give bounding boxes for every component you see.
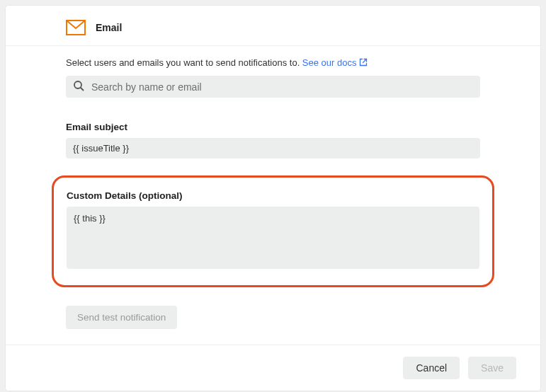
search-field-wrap[interactable] (66, 76, 480, 98)
docs-link[interactable]: See our docs (302, 57, 368, 68)
custom-details-label: Custom Details (optional) (67, 190, 479, 201)
search-input[interactable] (91, 81, 473, 93)
custom-details-textarea[interactable] (67, 207, 479, 269)
panel-title: Email (96, 22, 122, 33)
intro-message: Select users and emails you want to send… (66, 57, 302, 68)
intro-text: Select users and emails you want to send… (66, 57, 480, 69)
subject-block: Email subject (66, 122, 480, 158)
search-icon (73, 80, 84, 93)
subject-label: Email subject (66, 122, 480, 132)
email-settings-panel: Email Select users and emails you want t… (6, 6, 540, 391)
panel-content: Select users and emails you want to send… (6, 46, 540, 345)
highlight-annotation: Custom Details (optional) (52, 175, 494, 287)
panel-footer: Cancel Save (6, 345, 540, 391)
panel-header: Email (6, 6, 540, 46)
external-link-icon (359, 58, 368, 69)
save-button[interactable]: Save (468, 357, 516, 379)
svg-line-2 (81, 88, 84, 91)
email-icon (66, 20, 86, 35)
cancel-button[interactable]: Cancel (403, 357, 460, 379)
subject-input[interactable] (66, 138, 480, 158)
send-test-button[interactable]: Send test notification (66, 306, 177, 329)
